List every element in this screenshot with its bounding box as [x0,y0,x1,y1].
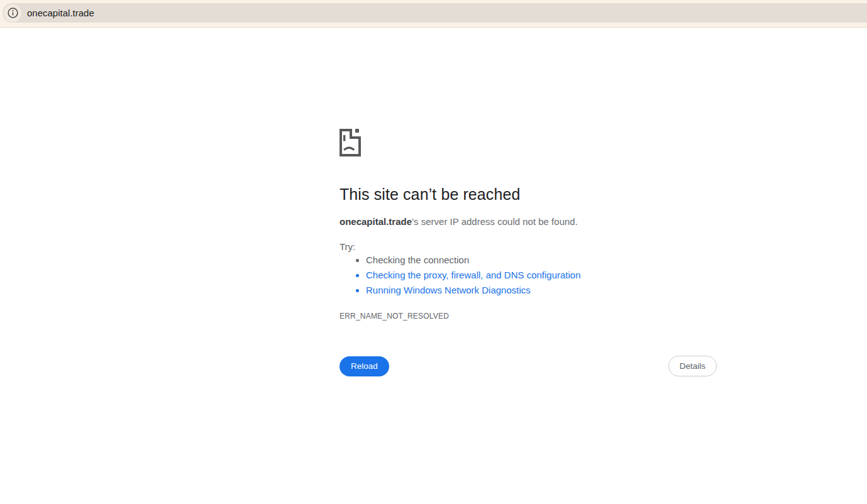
error-domain: onecapital.trade [340,216,412,227]
error-message-suffix: ’s server IP address could not be found. [412,216,578,227]
network-diagnostics-link[interactable]: Running Windows Network Diagnostics [366,285,531,295]
address-bar[interactable]: onecapital.trade [3,3,867,23]
try-label: Try: [340,241,355,252]
suggestion-item: Checking the connection [366,253,581,268]
reload-button[interactable]: Reload [340,356,389,376]
proxy-firewall-dns-link[interactable]: Checking the proxy, firewall, and DNS co… [366,270,581,280]
suggestion-list: Checking the connection Checking the pro… [340,253,581,298]
site-info-button[interactable] [4,4,21,22]
error-page: This site can’t be reached onecapital.tr… [340,28,717,504]
browser-toolbar: onecapital.trade [0,0,867,28]
sad-file-icon [340,129,361,159]
suggestion-item: Running Windows Network Diagnostics [366,283,581,298]
url-text: onecapital.trade [27,8,94,18]
suggestion-text: Checking the connection [366,255,469,265]
error-message: onecapital.trade’s server IP address cou… [340,216,578,227]
error-code: ERR_NAME_NOT_RESOLVED [340,312,449,320]
button-row: Reload Details [340,356,717,376]
suggestion-item: Checking the proxy, firewall, and DNS co… [366,268,581,283]
details-button[interactable]: Details [668,356,717,376]
error-title: This site can’t be reached [340,185,520,204]
info-icon [7,7,19,19]
